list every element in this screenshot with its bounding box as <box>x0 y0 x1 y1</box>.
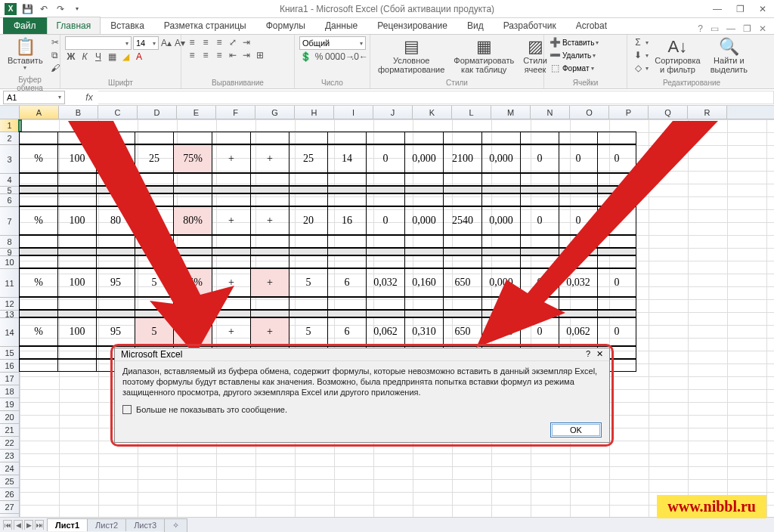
cut-icon[interactable]: ✂ <box>49 36 61 48</box>
tab-page-layout[interactable]: Разметка страницы <box>154 17 256 34</box>
column-header[interactable]: N <box>531 106 570 119</box>
row-header[interactable]: 18 <box>0 385 20 398</box>
column-header[interactable]: R <box>688 106 727 119</box>
font-name-selector[interactable]: ▾ <box>65 36 132 50</box>
border-button[interactable]: ▦ <box>106 51 118 63</box>
fill-color-button[interactable]: ◢ <box>119 51 132 63</box>
percent-icon[interactable]: % <box>313 51 325 63</box>
column-header[interactable]: J <box>373 106 413 119</box>
column-header[interactable]: O <box>570 106 609 119</box>
close-button[interactable]: ✕ <box>751 2 774 17</box>
column-header[interactable]: L <box>452 106 491 119</box>
row-header[interactable]: 10 <box>0 256 20 269</box>
increase-indent-icon[interactable]: ⇥ <box>240 49 252 61</box>
dialog-checkbox[interactable] <box>122 405 132 414</box>
font-color-button[interactable]: A <box>133 51 145 63</box>
row-header[interactable]: 21 <box>0 424 20 437</box>
underline-button[interactable]: Ч <box>92 51 104 63</box>
row-header[interactable]: 13 <box>0 311 20 318</box>
column-header[interactable]: G <box>255 106 295 119</box>
italic-button[interactable]: К <box>79 51 91 63</box>
spreadsheet-grid[interactable]: 1234567891011121314151617181920212223242… <box>0 119 774 517</box>
insert-cells-icon[interactable]: ➕ <box>549 36 561 48</box>
fx-icon[interactable]: fx <box>80 92 98 103</box>
undo-icon[interactable]: ↶ <box>38 3 50 15</box>
name-box[interactable]: A1▾ <box>3 91 65 104</box>
row-header[interactable]: 15 <box>0 347 20 360</box>
select-all-corner[interactable] <box>0 106 20 119</box>
paste-button[interactable]: 📋 Вставить ▾ <box>5 36 46 73</box>
tab-view[interactable]: Вид <box>457 17 494 34</box>
format-as-table-button[interactable]: ▦Форматировать как таблицу <box>450 36 517 76</box>
column-header[interactable]: I <box>334 106 373 119</box>
merge-button[interactable]: ⊞ <box>254 49 266 61</box>
font-size-selector[interactable]: 14▾ <box>133 36 159 50</box>
cell-a1[interactable] <box>20 119 20 132</box>
column-header[interactable]: A <box>20 106 59 119</box>
row-header[interactable]: 7 <box>0 207 20 236</box>
fill-icon[interactable]: ⬇ <box>632 49 644 61</box>
minimize-ribbon-icon[interactable]: ▭ <box>711 23 719 34</box>
format-cells-button[interactable]: Формат <box>562 64 590 73</box>
column-header[interactable]: D <box>138 106 177 119</box>
increase-decimal-icon[interactable]: .0→ <box>340 51 352 63</box>
row-header[interactable]: 2 <box>0 132 20 145</box>
row-header[interactable]: 9 <box>0 249 20 256</box>
tab-data[interactable]: Данные <box>315 17 367 34</box>
row-header[interactable]: 6 <box>0 194 20 207</box>
currency-icon[interactable]: 💲 <box>299 51 311 63</box>
tab-review[interactable]: Рецензирование <box>367 17 457 34</box>
sort-filter-button[interactable]: A↓Сортировка и фильтр <box>652 36 704 76</box>
tab-home[interactable]: Главная <box>47 17 101 34</box>
row-header[interactable]: 22 <box>0 437 20 450</box>
row-header[interactable]: 4 <box>0 174 20 187</box>
wrap-text-button[interactable]: ⇥ <box>240 36 252 48</box>
row-header[interactable]: 28 <box>0 514 20 517</box>
row-header[interactable]: 5 <box>0 187 20 194</box>
doc-close-icon[interactable]: ✕ <box>759 23 766 34</box>
find-select-button[interactable]: 🔍Найти и выделить <box>707 36 751 76</box>
align-center-icon[interactable]: ≡ <box>200 49 212 61</box>
autosum-icon[interactable]: Σ <box>632 36 644 48</box>
sheet-tab-2[interactable]: Лист2 <box>87 518 126 531</box>
clear-icon[interactable]: ◇ <box>632 62 644 74</box>
column-header[interactable]: E <box>177 106 216 119</box>
align-right-icon[interactable]: ≡ <box>213 49 225 61</box>
align-bottom-icon[interactable]: ≡ <box>213 36 225 48</box>
row-header[interactable]: 24 <box>0 462 20 475</box>
maximize-button[interactable]: ❐ <box>729 2 751 17</box>
row-header[interactable]: 27 <box>0 501 20 514</box>
delete-cells-button[interactable]: Удалить <box>562 51 591 60</box>
sheet-tab-1[interactable]: Лист1 <box>47 518 88 531</box>
grow-font-icon[interactable]: A▴ <box>160 37 172 49</box>
row-header[interactable]: 3 <box>0 145 20 174</box>
insert-cells-button[interactable]: Вставить <box>562 39 594 47</box>
row-header[interactable]: 1 <box>0 119 20 132</box>
sheet-nav-last-icon[interactable]: ⏭ <box>35 520 44 530</box>
number-format-selector[interactable]: Общий▾ <box>299 36 366 50</box>
decrease-indent-icon[interactable]: ⇤ <box>227 49 239 61</box>
sheet-nav-next-icon[interactable]: ▶ <box>24 520 33 530</box>
doc-restore-icon[interactable]: ❐ <box>743 23 751 34</box>
row-header[interactable]: 14 <box>0 318 20 347</box>
align-middle-icon[interactable]: ≡ <box>200 36 212 48</box>
sheet-tab-3[interactable]: Лист3 <box>125 518 165 531</box>
column-header[interactable]: M <box>491 106 531 119</box>
copy-icon[interactable]: ⧉ <box>49 49 61 61</box>
tab-file[interactable]: Файл <box>3 17 47 34</box>
minimize-button[interactable]: — <box>706 2 729 17</box>
align-top-icon[interactable]: ≡ <box>186 36 198 48</box>
dialog-close-icon[interactable]: ✕ <box>596 349 603 359</box>
decrease-decimal-icon[interactable]: .0← <box>354 51 366 63</box>
row-header[interactable]: 19 <box>0 398 20 411</box>
row-header[interactable]: 25 <box>0 475 20 488</box>
row-header[interactable]: 16 <box>0 360 20 373</box>
column-header[interactable]: B <box>59 106 98 119</box>
format-cells-icon[interactable]: ⬚ <box>549 62 561 74</box>
tab-acrobat[interactable]: Acrobat <box>566 17 617 34</box>
column-header[interactable]: P <box>609 106 649 119</box>
conditional-formatting-button[interactable]: ▤Условное форматирование <box>375 36 447 76</box>
column-header[interactable]: K <box>413 106 452 119</box>
orientation-icon[interactable]: ⤢ <box>227 36 239 48</box>
format-painter-icon[interactable]: 🖌 <box>49 62 61 74</box>
